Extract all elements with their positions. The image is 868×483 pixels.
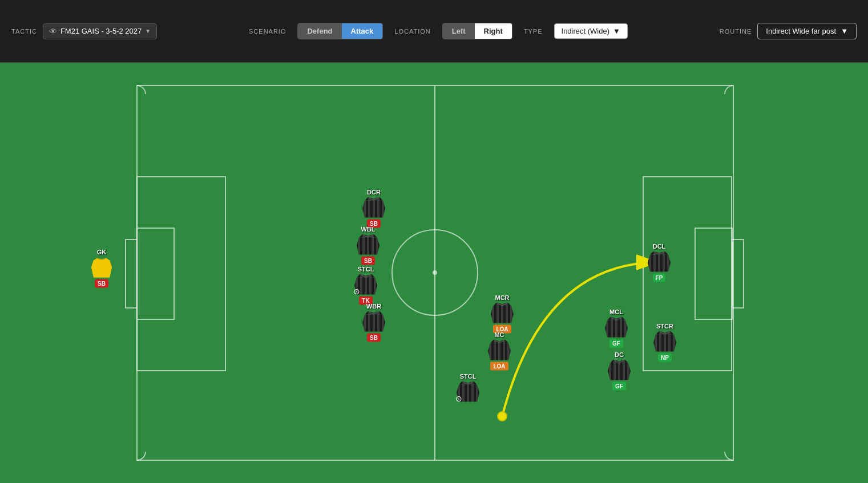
player-shirt (490, 302, 515, 324)
player-stcl: STCL ⊙TK (353, 266, 378, 305)
header-center: SCENARIO Defend Attack LOCATION Left Rig… (157, 23, 720, 39)
player-position-label: STCL (460, 373, 477, 380)
player-role-badge: GF (612, 382, 626, 391)
tactic-dropdown[interactable]: 👁 FM21 GAIS - 3-5-2 2027 ▼ (43, 23, 157, 39)
pitch-field: GK SBDCR SBWBL (0, 63, 868, 483)
tactic-name: FM21 GAIS - 3-5-2 2027 (60, 27, 142, 35)
player-dcl: DCL FP (647, 243, 672, 282)
player-mcl: MCL GF (604, 309, 629, 348)
svg-point-3 (433, 270, 437, 275)
routine-dropdown[interactable]: Indirect Wide far post ▼ (757, 23, 857, 39)
player-role-badge: LOA (490, 362, 508, 371)
svg-marker-35 (488, 343, 511, 360)
routine-section: ROUTINE Indirect Wide far post ▼ (720, 23, 857, 39)
player-role-badge: FP (653, 274, 666, 282)
type-label: TYPE (524, 28, 543, 35)
svg-marker-15 (362, 201, 385, 218)
player-position-label: WBL (361, 226, 375, 233)
left-button[interactable]: Left (443, 23, 475, 39)
tactic-label: TACTIC (11, 28, 37, 35)
tactic-section: TACTIC 👁 FM21 GAIS - 3-5-2 2027 ▼ (11, 23, 157, 39)
chevron-down-icon: ▼ (841, 27, 848, 35)
type-dropdown[interactable]: Indirect (Wide) ▼ (554, 23, 628, 39)
player-shirt: ⊙ (455, 380, 481, 403)
location-label: LOCATION (394, 28, 430, 35)
svg-rect-4 (137, 177, 225, 371)
player-dcr: DCR SB (361, 189, 386, 228)
scenario-label: SCENARIO (249, 28, 286, 35)
attack-button[interactable]: Attack (342, 23, 383, 39)
pitch-markings (0, 63, 868, 483)
svg-marker-55 (653, 335, 676, 352)
player-mcr: MCR LOA (490, 294, 515, 334)
player-position-label: MC (494, 331, 504, 338)
svg-marker-51 (648, 255, 671, 272)
player-stcr: STCR NP (652, 323, 677, 362)
defend-button[interactable]: Defend (298, 23, 341, 39)
svg-marker-43 (605, 320, 628, 338)
svg-marker-31 (491, 306, 514, 323)
routine-value: Indirect Wide far post (766, 27, 836, 35)
player-position-label: STCR (656, 323, 673, 330)
player-shirt (361, 310, 386, 333)
player-shirt (89, 256, 114, 279)
player-role-badge: SB (367, 334, 381, 342)
player-position-label: DCL (653, 243, 666, 250)
player-role-badge: SB (95, 279, 108, 288)
player-stcl2: STCL ⊙ (455, 373, 481, 403)
location-toggle: Left Right (442, 23, 512, 39)
svg-marker-27 (362, 315, 385, 332)
routine-label: ROUTINE (720, 28, 752, 35)
player-shirt (361, 196, 386, 219)
player-mc: MC LOA (487, 331, 512, 371)
header-bar: TACTIC 👁 FM21 GAIS - 3-5-2 2027 ▼ SCENAR… (0, 0, 868, 63)
player-shirt (647, 250, 672, 273)
svg-marker-47 (608, 363, 631, 380)
player-position-label: GK (97, 249, 107, 255)
scenario-toggle: Defend Attack (297, 23, 383, 39)
player-position-label: MCR (495, 294, 509, 301)
player-role-badge: SB (361, 257, 375, 265)
player-gk: GK SB (89, 249, 114, 288)
svg-marker-19 (357, 238, 380, 255)
svg-rect-5 (137, 228, 174, 319)
type-value: Indirect (Wide) (562, 27, 610, 35)
player-position-label: DC (615, 351, 624, 358)
svg-rect-8 (695, 228, 732, 319)
player-position-label: STCL (358, 266, 374, 273)
player-shirt (607, 359, 632, 381)
player-role-badge: GF (609, 339, 623, 348)
player-shirt (604, 316, 629, 339)
player-wbl: WBL SB (356, 226, 381, 265)
right-button[interactable]: Right (475, 23, 512, 39)
player-position-label: DCR (367, 189, 381, 196)
player-shirt (356, 233, 381, 256)
chevron-down-icon: ▼ (613, 27, 620, 35)
player-wbr: WBR SB (361, 303, 386, 342)
eye-icon: 👁 (49, 27, 57, 36)
player-position-label: WBR (366, 303, 381, 310)
player-position-label: MCL (609, 309, 623, 315)
player-role-badge: NP (658, 354, 672, 362)
chevron-down-icon: ▼ (145, 28, 151, 34)
ball (497, 411, 507, 421)
player-dc: DC GF (607, 351, 632, 391)
svg-rect-6 (126, 240, 137, 308)
svg-marker-12 (91, 258, 112, 278)
player-shirt: ⊙ (353, 273, 378, 296)
player-shirt (487, 339, 512, 362)
player-shirt (652, 330, 677, 353)
